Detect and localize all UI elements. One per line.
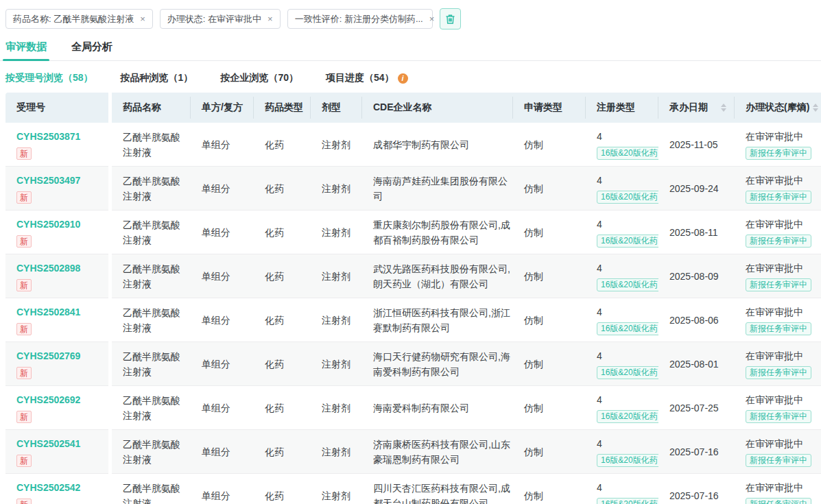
table-row[interactable]: CYHS2503871 新 乙酰半胱氨酸注射液 单组分 化药 注射剂 成都华宇制… xyxy=(5,123,821,167)
close-icon[interactable]: × xyxy=(429,14,435,24)
cell-company: 浙江恒研医药科技有限公司,浙江赛默制药有限公司 xyxy=(362,298,513,342)
cell-acceptance-no: CYHS2502542 新 xyxy=(5,474,108,504)
cell-dosage-form: 注射剂 xyxy=(311,298,362,342)
table-row[interactable]: CYHS2503497 新 乙酰半胱氨酸注射液 单组分 化药 注射剂 海南葫芦娃… xyxy=(5,167,821,211)
reg-type-badge: 16版&20版化药 xyxy=(597,191,658,204)
cell-application-type: 仿制 xyxy=(513,123,586,167)
cell-company: 武汉先路医药科技股份有限公司,朗天药业（湖北）有限公司 xyxy=(362,254,513,298)
tab-review-data[interactable]: 审评数据 xyxy=(5,36,47,60)
cell-mono-compound: 单组分 xyxy=(191,123,254,167)
info-icon[interactable]: i xyxy=(398,73,408,84)
col-header-dosage-form: 剂型 xyxy=(311,93,362,123)
cell-company: 成都华宇制药有限公司 xyxy=(362,123,513,167)
table-row[interactable]: CYHS2502692 新 乙酰半胱氨酸注射液 单组分 化药 注射剂 海南爱科制… xyxy=(5,386,821,430)
cell-drug-name: 乙酰半胱氨酸注射液 xyxy=(112,254,191,298)
acceptance-no-link[interactable]: CYHS2502898 xyxy=(16,261,80,276)
status-badge: 新报任务审评中 xyxy=(746,278,811,291)
subtab-by-acceptance-no[interactable]: 按受理号浏览（58） xyxy=(5,72,93,84)
acceptance-no-link[interactable]: CYHS2502841 xyxy=(16,304,80,320)
cell-acceptance-no: CYHS2502898 新 xyxy=(5,254,108,298)
close-icon[interactable]: × xyxy=(140,14,145,24)
status-badge: 新报任务审评中 xyxy=(746,322,811,335)
cell-status: 在审评审批中 新报任务审评中 xyxy=(735,211,821,254)
cell-reg-type: 4 16版&20版化药 xyxy=(586,123,658,167)
acceptance-no-link[interactable]: CYHS2503497 xyxy=(16,173,80,188)
cell-application-type: 仿制 xyxy=(513,211,586,254)
table-row[interactable]: CYHS2502841 新 乙酰半胱氨酸注射液 单组分 化药 注射剂 浙江恒研医… xyxy=(5,298,821,342)
acceptance-no-link[interactable]: CYHS2502692 xyxy=(16,392,80,407)
cell-dosage-form: 注射剂 xyxy=(311,430,362,474)
cell-reg-type: 4 16版&20版化药 xyxy=(586,211,658,254)
filter-tag-status[interactable]: 办理状态: 在审评审批中 × xyxy=(160,9,281,29)
sort-icon[interactable] xyxy=(813,104,818,112)
acceptance-no-link[interactable]: CYHS2502910 xyxy=(16,217,80,232)
cell-company: 四川天杏汇医药科技有限公司,成都天台山制药股份有限公司 xyxy=(362,474,513,504)
cell-acceptance-no: CYHS2502769 新 xyxy=(5,342,108,386)
new-badge: 新 xyxy=(16,191,32,204)
cell-dosage-form: 注射剂 xyxy=(311,254,362,298)
filter-tag-label: 药品名称: 乙酰半胱氨酸注射液 xyxy=(13,13,134,25)
cell-mono-compound: 单组分 xyxy=(191,386,254,430)
status-badge: 新报任务审评中 xyxy=(746,235,811,248)
table-row[interactable]: CYHS2502769 新 乙酰半胱氨酸注射液 单组分 化药 注射剂 海口天行健… xyxy=(5,342,821,386)
cell-date: 2025-07-16 xyxy=(658,474,735,504)
filter-bar: 药品名称: 乙酰半胱氨酸注射液 × 办理状态: 在审评审批中 × 一致性评价: … xyxy=(0,0,821,36)
new-badge: 新 xyxy=(16,147,32,160)
cell-date: 2025-08-06 xyxy=(658,298,735,342)
filter-tag-drug-name[interactable]: 药品名称: 乙酰半胱氨酸注射液 × xyxy=(5,9,153,29)
cell-acceptance-no: CYHS2502541 新 xyxy=(5,430,108,474)
table-row[interactable]: CYHS2502541 新 乙酰半胱氨酸注射液 单组分 化药 注射剂 济南康桥医… xyxy=(5,430,821,474)
acceptance-no-link[interactable]: CYHS2502542 xyxy=(16,480,80,495)
cell-reg-type: 4 16版&20版化药 xyxy=(586,474,658,504)
subtab-project-progress[interactable]: 项目进度（54） i xyxy=(326,72,408,84)
new-badge: 新 xyxy=(16,455,32,467)
table-row[interactable]: CYHS2502898 新 乙酰半胱氨酸注射液 单组分 化药 注射剂 武汉先路医… xyxy=(5,254,821,298)
cell-drug-type: 化药 xyxy=(254,167,311,211)
col-header-date[interactable]: 承办日期 xyxy=(658,93,735,123)
cell-company: 海南葫芦娃药业集团股份有限公司 xyxy=(362,167,513,211)
tab-global-analysis[interactable]: 全局分析 xyxy=(71,36,112,60)
cell-application-type: 仿制 xyxy=(513,430,586,474)
filter-tag-consistency[interactable]: 一致性评价: 新注册分类仿制药... × xyxy=(287,9,433,29)
col-header-reg-type: 注册类型 xyxy=(586,93,658,123)
col-header-drug-type: 药品类型 xyxy=(254,93,311,123)
reg-type-badge: 16版&20版化药 xyxy=(597,278,658,291)
acceptance-no-link[interactable]: CYHS2502541 xyxy=(16,436,80,451)
cell-company: 济南康桥医药科技有限公司,山东豪瑞恩制药有限公司 xyxy=(362,430,513,474)
cell-mono-compound: 单组分 xyxy=(191,298,254,342)
cell-application-type: 仿制 xyxy=(513,342,586,386)
clear-all-filters-button[interactable] xyxy=(440,8,461,29)
cell-date: 2025-07-16 xyxy=(658,430,735,474)
cell-reg-type: 4 16版&20版化药 xyxy=(586,254,658,298)
cell-drug-type: 化药 xyxy=(254,298,311,342)
cell-company: 海南爱科制药有限公司 xyxy=(362,386,513,430)
cell-acceptance-no: CYHS2502910 新 xyxy=(5,211,108,254)
acceptance-no-link[interactable]: CYHS2503871 xyxy=(16,129,80,144)
main-tabs: 审评数据 全局分析 xyxy=(0,36,821,61)
subtab-by-variety[interactable]: 按品种浏览（1） xyxy=(121,72,193,84)
cell-status: 在审评审批中 新报任务审评中 xyxy=(735,342,821,386)
cell-status: 在审评审批中 新报任务审评中 xyxy=(735,298,821,342)
status-badge: 新报任务审评中 xyxy=(746,498,811,504)
cell-acceptance-no: CYHS2502841 新 xyxy=(5,298,108,342)
cell-date: 2025-08-11 xyxy=(658,211,735,254)
table-row[interactable]: CYHS2502910 新 乙酰半胱氨酸注射液 单组分 化药 注射剂 重庆康刻尔… xyxy=(5,211,821,254)
cell-dosage-form: 注射剂 xyxy=(311,167,362,211)
sub-tabs: 按受理号浏览（58） 按品种浏览（1） 按企业浏览（70） 项目进度（54） i xyxy=(0,61,821,93)
acceptance-no-link[interactable]: CYHS2502769 xyxy=(16,348,80,363)
cell-application-type: 仿制 xyxy=(513,167,586,211)
new-badge: 新 xyxy=(16,323,32,335)
col-header-acceptance-no: 受理号 xyxy=(5,93,108,123)
cell-status: 在审评审批中 新报任务审评中 xyxy=(735,167,821,211)
table-row[interactable]: CYHS2502542 新 乙酰半胱氨酸注射液 单组分 化药 注射剂 四川天杏汇… xyxy=(5,474,821,504)
cell-mono-compound: 单组分 xyxy=(191,211,254,254)
cell-acceptance-no: CYHS2503497 新 xyxy=(5,167,108,211)
cell-drug-name: 乙酰半胱氨酸注射液 xyxy=(112,342,191,386)
sort-icon[interactable] xyxy=(721,104,726,112)
subtab-by-company[interactable]: 按企业浏览（70） xyxy=(220,72,298,84)
col-header-status[interactable]: 办理状态(摩熵) xyxy=(735,93,821,123)
cell-drug-name: 乙酰半胱氨酸注射液 xyxy=(112,474,191,504)
cell-dosage-form: 注射剂 xyxy=(311,342,362,386)
close-icon[interactable]: × xyxy=(267,14,273,24)
cell-reg-type: 4 16版&20版化药 xyxy=(586,167,658,211)
